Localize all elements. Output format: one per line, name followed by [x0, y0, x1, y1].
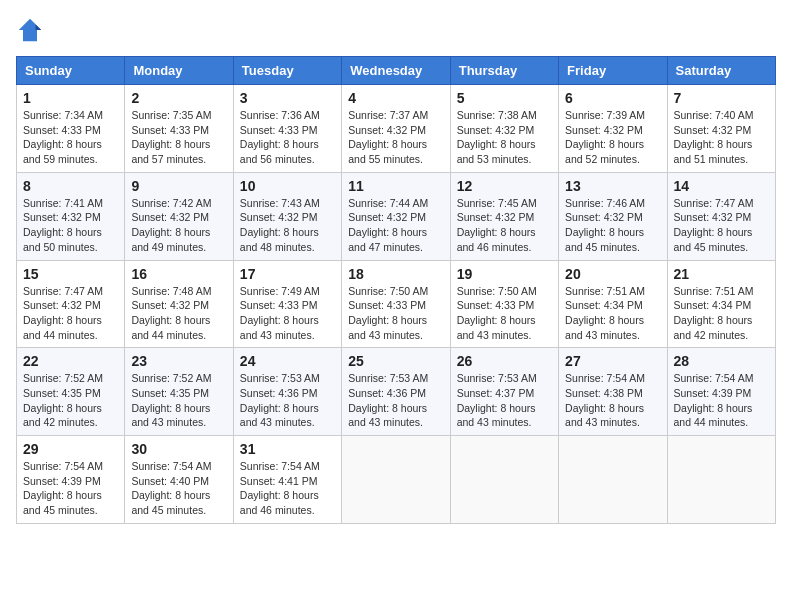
calendar-cell: 10Sunrise: 7:43 AMSunset: 4:32 PMDayligh…: [233, 172, 341, 260]
day-info: Sunrise: 7:44 AMSunset: 4:32 PMDaylight:…: [348, 196, 443, 255]
weekday-header-sunday: Sunday: [17, 57, 125, 85]
day-info: Sunrise: 7:54 AMSunset: 4:40 PMDaylight:…: [131, 459, 226, 518]
calendar-cell: 1Sunrise: 7:34 AMSunset: 4:33 PMDaylight…: [17, 85, 125, 173]
calendar-cell: 20Sunrise: 7:51 AMSunset: 4:34 PMDayligh…: [559, 260, 667, 348]
day-info: Sunrise: 7:53 AMSunset: 4:36 PMDaylight:…: [240, 371, 335, 430]
day-info: Sunrise: 7:42 AMSunset: 4:32 PMDaylight:…: [131, 196, 226, 255]
day-number: 25: [348, 353, 443, 369]
weekday-header-tuesday: Tuesday: [233, 57, 341, 85]
calendar-cell: 25Sunrise: 7:53 AMSunset: 4:36 PMDayligh…: [342, 348, 450, 436]
day-info: Sunrise: 7:50 AMSunset: 4:33 PMDaylight:…: [457, 284, 552, 343]
calendar-week-5: 29Sunrise: 7:54 AMSunset: 4:39 PMDayligh…: [17, 436, 776, 524]
calendar-cell: [559, 436, 667, 524]
calendar-cell: 15Sunrise: 7:47 AMSunset: 4:32 PMDayligh…: [17, 260, 125, 348]
calendar-cell: 28Sunrise: 7:54 AMSunset: 4:39 PMDayligh…: [667, 348, 775, 436]
day-info: Sunrise: 7:46 AMSunset: 4:32 PMDaylight:…: [565, 196, 660, 255]
day-info: Sunrise: 7:53 AMSunset: 4:37 PMDaylight:…: [457, 371, 552, 430]
day-number: 21: [674, 266, 769, 282]
day-number: 6: [565, 90, 660, 106]
day-number: 15: [23, 266, 118, 282]
day-number: 4: [348, 90, 443, 106]
day-info: Sunrise: 7:36 AMSunset: 4:33 PMDaylight:…: [240, 108, 335, 167]
calendar-cell: 19Sunrise: 7:50 AMSunset: 4:33 PMDayligh…: [450, 260, 558, 348]
calendar-cell: 24Sunrise: 7:53 AMSunset: 4:36 PMDayligh…: [233, 348, 341, 436]
day-info: Sunrise: 7:34 AMSunset: 4:33 PMDaylight:…: [23, 108, 118, 167]
day-info: Sunrise: 7:51 AMSunset: 4:34 PMDaylight:…: [565, 284, 660, 343]
day-info: Sunrise: 7:51 AMSunset: 4:34 PMDaylight:…: [674, 284, 769, 343]
calendar-cell: 9Sunrise: 7:42 AMSunset: 4:32 PMDaylight…: [125, 172, 233, 260]
day-number: 31: [240, 441, 335, 457]
day-info: Sunrise: 7:38 AMSunset: 4:32 PMDaylight:…: [457, 108, 552, 167]
day-info: Sunrise: 7:52 AMSunset: 4:35 PMDaylight:…: [131, 371, 226, 430]
calendar-cell: 30Sunrise: 7:54 AMSunset: 4:40 PMDayligh…: [125, 436, 233, 524]
calendar-cell: 6Sunrise: 7:39 AMSunset: 4:32 PMDaylight…: [559, 85, 667, 173]
day-info: Sunrise: 7:47 AMSunset: 4:32 PMDaylight:…: [674, 196, 769, 255]
calendar-week-4: 22Sunrise: 7:52 AMSunset: 4:35 PMDayligh…: [17, 348, 776, 436]
day-info: Sunrise: 7:41 AMSunset: 4:32 PMDaylight:…: [23, 196, 118, 255]
day-number: 29: [23, 441, 118, 457]
day-info: Sunrise: 7:45 AMSunset: 4:32 PMDaylight:…: [457, 196, 552, 255]
calendar-cell: 7Sunrise: 7:40 AMSunset: 4:32 PMDaylight…: [667, 85, 775, 173]
day-number: 10: [240, 178, 335, 194]
logo: [16, 16, 48, 44]
day-number: 7: [674, 90, 769, 106]
calendar-week-2: 8Sunrise: 7:41 AMSunset: 4:32 PMDaylight…: [17, 172, 776, 260]
day-number: 18: [348, 266, 443, 282]
calendar-cell: 27Sunrise: 7:54 AMSunset: 4:38 PMDayligh…: [559, 348, 667, 436]
day-info: Sunrise: 7:54 AMSunset: 4:39 PMDaylight:…: [674, 371, 769, 430]
calendar-cell: 11Sunrise: 7:44 AMSunset: 4:32 PMDayligh…: [342, 172, 450, 260]
day-number: 20: [565, 266, 660, 282]
day-number: 9: [131, 178, 226, 194]
day-number: 26: [457, 353, 552, 369]
weekday-header-wednesday: Wednesday: [342, 57, 450, 85]
calendar-cell: 16Sunrise: 7:48 AMSunset: 4:32 PMDayligh…: [125, 260, 233, 348]
day-info: Sunrise: 7:54 AMSunset: 4:39 PMDaylight:…: [23, 459, 118, 518]
day-info: Sunrise: 7:48 AMSunset: 4:32 PMDaylight:…: [131, 284, 226, 343]
day-number: 19: [457, 266, 552, 282]
day-number: 12: [457, 178, 552, 194]
calendar-cell: 23Sunrise: 7:52 AMSunset: 4:35 PMDayligh…: [125, 348, 233, 436]
calendar-cell: 26Sunrise: 7:53 AMSunset: 4:37 PMDayligh…: [450, 348, 558, 436]
day-info: Sunrise: 7:52 AMSunset: 4:35 PMDaylight:…: [23, 371, 118, 430]
day-number: 28: [674, 353, 769, 369]
day-info: Sunrise: 7:35 AMSunset: 4:33 PMDaylight:…: [131, 108, 226, 167]
calendar-cell: [450, 436, 558, 524]
day-number: 16: [131, 266, 226, 282]
day-number: 30: [131, 441, 226, 457]
day-number: 14: [674, 178, 769, 194]
calendar-cell: 2Sunrise: 7:35 AMSunset: 4:33 PMDaylight…: [125, 85, 233, 173]
day-info: Sunrise: 7:39 AMSunset: 4:32 PMDaylight:…: [565, 108, 660, 167]
calendar-cell: 5Sunrise: 7:38 AMSunset: 4:32 PMDaylight…: [450, 85, 558, 173]
day-number: 11: [348, 178, 443, 194]
page-header: [16, 16, 776, 44]
day-info: Sunrise: 7:54 AMSunset: 4:41 PMDaylight:…: [240, 459, 335, 518]
calendar-cell: 31Sunrise: 7:54 AMSunset: 4:41 PMDayligh…: [233, 436, 341, 524]
day-number: 5: [457, 90, 552, 106]
calendar-cell: 17Sunrise: 7:49 AMSunset: 4:33 PMDayligh…: [233, 260, 341, 348]
calendar-cell: 21Sunrise: 7:51 AMSunset: 4:34 PMDayligh…: [667, 260, 775, 348]
calendar-cell: 22Sunrise: 7:52 AMSunset: 4:35 PMDayligh…: [17, 348, 125, 436]
day-info: Sunrise: 7:40 AMSunset: 4:32 PMDaylight:…: [674, 108, 769, 167]
calendar-cell: 8Sunrise: 7:41 AMSunset: 4:32 PMDaylight…: [17, 172, 125, 260]
day-number: 17: [240, 266, 335, 282]
calendar-week-1: 1Sunrise: 7:34 AMSunset: 4:33 PMDaylight…: [17, 85, 776, 173]
day-number: 22: [23, 353, 118, 369]
calendar-cell: [342, 436, 450, 524]
day-info: Sunrise: 7:49 AMSunset: 4:33 PMDaylight:…: [240, 284, 335, 343]
weekday-header-saturday: Saturday: [667, 57, 775, 85]
calendar-cell: 13Sunrise: 7:46 AMSunset: 4:32 PMDayligh…: [559, 172, 667, 260]
day-number: 23: [131, 353, 226, 369]
day-info: Sunrise: 7:54 AMSunset: 4:38 PMDaylight:…: [565, 371, 660, 430]
weekday-header-thursday: Thursday: [450, 57, 558, 85]
day-number: 1: [23, 90, 118, 106]
calendar-cell: 14Sunrise: 7:47 AMSunset: 4:32 PMDayligh…: [667, 172, 775, 260]
day-info: Sunrise: 7:43 AMSunset: 4:32 PMDaylight:…: [240, 196, 335, 255]
day-info: Sunrise: 7:47 AMSunset: 4:32 PMDaylight:…: [23, 284, 118, 343]
calendar-cell: 29Sunrise: 7:54 AMSunset: 4:39 PMDayligh…: [17, 436, 125, 524]
day-number: 8: [23, 178, 118, 194]
day-info: Sunrise: 7:53 AMSunset: 4:36 PMDaylight:…: [348, 371, 443, 430]
calendar-header-row: SundayMondayTuesdayWednesdayThursdayFrid…: [17, 57, 776, 85]
day-number: 24: [240, 353, 335, 369]
day-number: 3: [240, 90, 335, 106]
calendar-cell: [667, 436, 775, 524]
